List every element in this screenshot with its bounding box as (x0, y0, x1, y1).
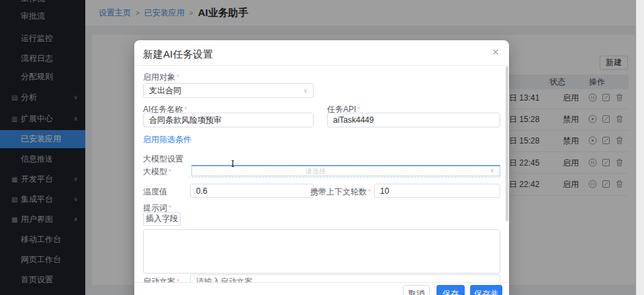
modal-title: 新建AI任务设置 (143, 48, 213, 61)
page-scrollbar[interactable] (636, 0, 644, 295)
model-section-label: 大模型设置 (143, 154, 183, 165)
model-select-placeholder: 请选择 (192, 167, 439, 176)
close-icon[interactable]: × (492, 46, 499, 59)
enable-target-value: 支出合同 (149, 86, 181, 95)
modal-header-divider (134, 65, 509, 66)
modal-scrollbar-thumb[interactable] (506, 66, 508, 221)
model-select[interactable]: 请选择 ∨ (191, 165, 500, 176)
enable-filter-link[interactable]: 启用筛选条件 (143, 134, 191, 145)
temperature-input[interactable] (190, 184, 314, 198)
context-rounds-input[interactable] (374, 184, 500, 198)
app-root: 工作流审批流运行监控流程日志分配规则▤分析∨▥扩展中心∧已安装应用信息推送▦开发… (0, 0, 644, 295)
text-cursor: I (231, 159, 234, 169)
cancel-button[interactable]: 取消 (403, 285, 430, 295)
insert-field-button[interactable]: 插入字段 (143, 212, 181, 226)
dropdown-panel-edge (188, 177, 500, 178)
new-ai-task-modal: 新建AI任务设置 × 启用对象* 支出合同 ∨ AI任务名称* 任务API* 启… (134, 40, 509, 295)
enable-target-select[interactable]: 支出合同 ∨ (143, 83, 314, 98)
task-name-input[interactable] (143, 113, 314, 127)
task-api-input[interactable] (327, 113, 500, 127)
enable-target-label: 启用对象* (143, 72, 179, 83)
modal-footer: 取消 保存 保存并启用 (134, 282, 509, 295)
model-label: 大模型* (143, 166, 171, 178)
save-and-enable-button[interactable]: 保存并启用 (470, 285, 502, 295)
save-button[interactable]: 保存 (436, 285, 465, 295)
context-rounds-label: 携带上下文轮数* (310, 186, 371, 198)
chevron-down-icon: ∨ (490, 167, 494, 174)
temperature-label: 温度值 (143, 186, 167, 198)
prompt-textarea[interactable] (143, 229, 500, 274)
chevron-down-icon: ∨ (303, 84, 308, 97)
